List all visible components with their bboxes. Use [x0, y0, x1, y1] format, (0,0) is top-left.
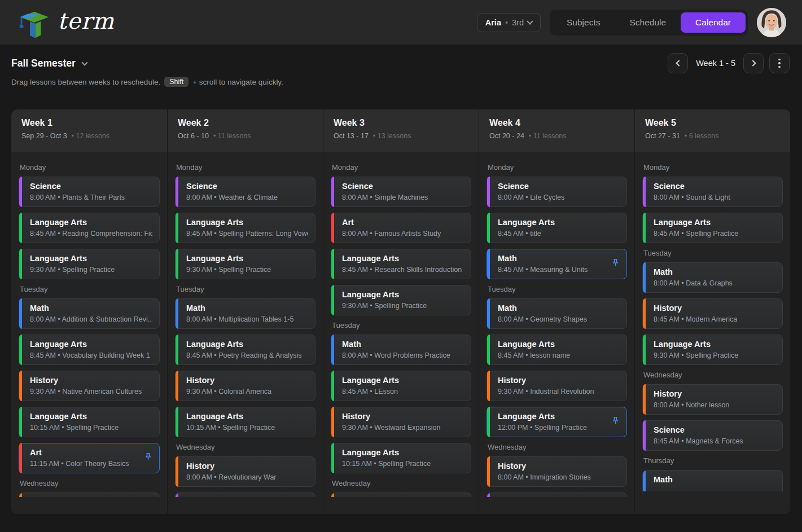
lesson-card[interactable]: Art11:15 AM • Color Theory Basics [19, 443, 160, 473]
lesson-card[interactable]: Language Arts8:45 AM • Reading Comprehen… [19, 213, 160, 243]
week-dates: Oct 27 - 31 [645, 132, 680, 140]
lesson-card[interactable]: History8:45 AM • Modern America [642, 298, 783, 329]
semester-selector[interactable]: Fall Semester [11, 58, 87, 69]
lesson-subject: Language Arts [30, 340, 152, 349]
lesson-time-and-title: 8:00 AM • Immigration Stories [498, 473, 620, 481]
lesson-card[interactable]: Language Arts10:15 AM • Spelling Practic… [19, 407, 160, 437]
lesson-card[interactable]: Language Arts8:45 AM • Spelling Practice [642, 213, 783, 243]
app-header: term Aria • 3rd Subjects Schedule Calend… [0, 0, 802, 45]
nav-tab-subjects[interactable]: Subjects [552, 12, 615, 33]
lesson-card[interactable] [487, 493, 627, 497]
lesson-card[interactable]: History9:30 AM • Native American Culture… [19, 371, 160, 401]
lesson-card[interactable]: History9:30 AM • Westward Expansion [331, 407, 471, 437]
lesson-card[interactable]: Language Arts8:45 AM • Poetry Reading & … [175, 335, 315, 365]
week-lesson-count: • 6 lessons [685, 132, 719, 140]
lesson-card[interactable]: Math8:00 AM • Multiplication Tables 1-5 [175, 298, 315, 329]
lesson-card[interactable]: History9:30 AM • Colonial America [175, 371, 315, 401]
subject-accent-bar [487, 249, 490, 279]
lesson-card[interactable]: Language Arts8:45 AM • lesson name [487, 335, 627, 365]
kebab-menu-icon [778, 59, 781, 68]
lesson-subject: Language Arts [654, 218, 775, 227]
lesson-card[interactable] [331, 493, 471, 497]
prev-weeks-button[interactable] [668, 53, 688, 73]
lesson-time-and-title: 8:45 AM • Vocabulary Building Week 1 [30, 351, 152, 359]
lesson-card[interactable]: Math8:00 AM • Word Problems Practice [331, 335, 471, 365]
lesson-card[interactable]: Science8:00 AM • Simple Machines [331, 177, 471, 207]
week-column: Week 1Sep 29 - Oct 3• 12 lessonsMondaySc… [11, 109, 167, 514]
user-avatar[interactable] [757, 8, 786, 37]
semester-title: Fall Semester [11, 58, 76, 69]
lesson-card[interactable]: Language Arts9:30 AM • Spelling Practice [175, 249, 315, 279]
lesson-card[interactable]: Science8:45 AM • Magnets & Forces [642, 420, 783, 451]
nav-tab-calendar[interactable]: Calendar [681, 12, 746, 33]
week-lesson-count: • 12 lessons [72, 132, 110, 140]
lesson-card[interactable] [175, 493, 315, 497]
lesson-card[interactable]: Language Arts10:15 AM • Spelling Practic… [331, 443, 471, 473]
lesson-card[interactable]: Language Arts12:00 PM • Spelling Practic… [487, 407, 627, 437]
lesson-card[interactable]: Language Arts9:30 AM • Spelling Practice [642, 335, 783, 365]
lesson-card[interactable]: Language Arts9:30 AM • Spelling Practice [331, 285, 471, 315]
week-meta: Sep 29 - Oct 3• 12 lessons [21, 132, 157, 140]
day-section: Wednesday [19, 479, 160, 497]
lesson-card[interactable]: Science8:00 AM • Sound & Light [642, 177, 783, 207]
day-section: TuesdayMath8:00 AM • Data & GraphsHistor… [642, 249, 783, 365]
lesson-card[interactable]: Language Arts8:45 AM • Research Skills I… [331, 249, 471, 279]
subject-accent-bar [19, 213, 22, 243]
lesson-time-and-title: 9:30 AM • Native American Cultures [30, 388, 152, 395]
subject-accent-bar [331, 249, 334, 279]
lesson-card[interactable]: History8:00 AM • Immigration Stories [487, 456, 627, 487]
lesson-card[interactable] [19, 493, 160, 497]
lesson-subject: Science [342, 182, 464, 191]
subject-accent-bar [643, 470, 646, 491]
subject-accent-bar [331, 371, 334, 401]
lesson-subject: Math [342, 340, 464, 349]
lesson-card[interactable]: History8:00 AM • Revolutionary War [175, 456, 315, 487]
day-label: Tuesday [488, 285, 627, 293]
subject-accent-bar [19, 177, 22, 207]
app-title: term [58, 10, 115, 36]
day-label: Tuesday [332, 321, 471, 329]
student-selector[interactable]: Aria • 3rd [477, 13, 541, 32]
lesson-card[interactable]: Math8:00 AM • Geometry Shapes [487, 298, 627, 329]
lesson-subject: Language Arts [342, 376, 464, 385]
lesson-card[interactable]: Language Arts9:30 AM • Spelling Practice [19, 249, 160, 279]
lesson-card[interactable]: Math8:00 AM • Data & Graphs [642, 262, 783, 293]
subject-accent-bar [643, 213, 646, 243]
brand: term [14, 5, 115, 40]
lesson-card[interactable]: Math8:00 AM • Addition & Subtraction Rev… [19, 298, 160, 329]
subject-accent-bar [643, 335, 646, 365]
day-label: Tuesday [643, 249, 783, 257]
lesson-time-and-title: 8:00 AM • Sound & Light [654, 194, 775, 201]
lesson-card[interactable]: Math8:45 AM • Measuring & Units [487, 249, 627, 279]
student-separator: • [505, 18, 508, 27]
day-label: Wednesday [20, 479, 160, 487]
week-meta: Oct 27 - 31• 6 lessons [645, 132, 780, 140]
next-weeks-button[interactable] [743, 53, 764, 73]
day-label: Monday [643, 163, 783, 172]
lesson-card[interactable]: Science8:00 AM • Life Cycles [487, 177, 627, 207]
lesson-time-and-title: 8:00 AM • Life Cycles [498, 194, 620, 201]
lesson-card[interactable]: Science8:00 AM • Weather & Climate [175, 177, 315, 207]
lesson-card[interactable]: Language Arts10:15 AM • Spelling Practic… [175, 407, 315, 437]
more-options-button[interactable] [769, 53, 790, 73]
lesson-card[interactable]: Language Arts8:45 AM • LEsson [331, 371, 471, 401]
lesson-time-and-title: 8:45 AM • Magnets & Forces [654, 437, 775, 445]
lesson-card[interactable]: Language Arts8:45 AM • Vocabulary Buildi… [19, 335, 160, 365]
lesson-card[interactable]: Math [642, 470, 783, 491]
lesson-card[interactable]: Science8:00 AM • Plants & Their Parts [19, 177, 160, 207]
lesson-time-and-title: 8:45 AM • Research Skills Introduction [342, 266, 464, 274]
day-label: Monday [176, 163, 315, 172]
lesson-card[interactable]: History8:00 AM • Nother lesson [642, 384, 783, 415]
lesson-card[interactable]: Language Arts8:45 AM • Spelling Patterns… [175, 213, 315, 243]
lesson-time-and-title: 8:45 AM • Reading Comprehension: Fic... [30, 230, 152, 238]
lesson-card[interactable]: Art8:00 AM • Famous Artists Study [331, 213, 471, 243]
subject-accent-bar [19, 335, 22, 365]
week-navigation: Week 1 - 5 [668, 53, 790, 73]
student-grade: 3rd [512, 18, 524, 27]
calendar-toolbar: Fall Semester Drag lessons between weeks… [0, 45, 802, 87]
lesson-card[interactable]: Language Arts8:45 AM • title [487, 213, 627, 243]
subject-accent-bar [176, 298, 178, 329]
lesson-card[interactable]: History9:30 AM • Industrial Revolution [487, 371, 627, 401]
nav-tab-schedule[interactable]: Schedule [615, 12, 681, 33]
lesson-time-and-title: 8:45 AM • Spelling Practice [654, 230, 775, 238]
